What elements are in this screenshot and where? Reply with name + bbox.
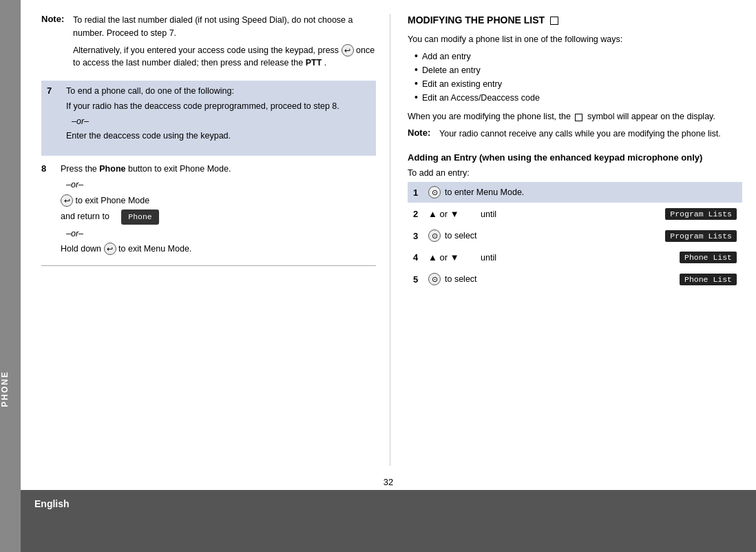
modify-note-text2: symbol will appear on the display.	[587, 112, 715, 121]
modify-note: When you are modifying the phone list, t…	[408, 110, 742, 123]
step-num-1: 1	[413, 187, 424, 198]
step8-content: Press the Phone button to exit Phone Mod…	[61, 163, 376, 258]
right-column: MODIFYING THE PHONE LIST You can modify …	[390, 14, 756, 466]
step-text-5: to select	[445, 274, 675, 284]
list-item: Delete an entry	[414, 63, 742, 77]
menu-icon-5: ⊙	[428, 273, 441, 285]
page-num-text: 32	[384, 477, 393, 487]
intro-text: You can modify a phone list in one of th…	[408, 33, 742, 46]
box-icon-2	[575, 114, 582, 121]
note-p2-part1: Alternatively, if you entered your acces…	[73, 45, 339, 55]
note-block: Note: To redial the last number dialed (…	[41, 14, 376, 74]
arrow-up-icon: ▲	[428, 209, 437, 219]
back-icon-3: ↩	[104, 243, 116, 255]
step8-sub1: ↩ to exit Phone Mode	[61, 194, 376, 207]
lcd-badge-2: Program Lists	[665, 230, 737, 242]
list-item: Edit an Access/Deaccess code	[414, 91, 742, 105]
phone-badge: Phone	[121, 209, 159, 224]
step8-or1: –or–	[66, 178, 376, 192]
step7: 7 To end a phone call, do one of the fol…	[47, 85, 370, 145]
step-icon-4: ▲ or ▼	[428, 252, 476, 263]
menu-icon-3: ⊙	[428, 229, 441, 242]
step8-bold: Phone	[99, 164, 125, 174]
step8-num: 8	[41, 163, 56, 174]
sidebar: PHONE	[0, 0, 21, 552]
note-content: To redial the last number dialed (if not…	[73, 14, 376, 74]
arrow-down-icon-2: ▼	[450, 252, 459, 263]
note-p2-part4: .	[324, 58, 326, 68]
step-text-4: until	[481, 253, 675, 263]
step-num-5: 5	[413, 274, 424, 285]
step7-num: 7	[47, 85, 62, 96]
lcd-badge-4: Phone List	[680, 274, 737, 285]
steps-table: 1 ⊙ to enter Menu Mode. 2 ▲ or ▼ until P…	[408, 182, 742, 289]
step-text-2: until	[481, 209, 661, 219]
right-note-text: Your radio cannot receive any calls whil…	[439, 127, 721, 141]
step7-sub1: If your radio has the deaccess code prep…	[66, 100, 370, 113]
section-title: MODIFYING THE PHONE LIST	[408, 14, 742, 28]
step7-sub2: Enter the deaccess code using the keypad…	[66, 130, 370, 143]
bullet-list: Add an entry Delete an entry Edit an exi…	[414, 50, 742, 105]
step-row-3: 3 ⊙ to select Program Lists	[408, 225, 742, 246]
step7-block: 7 To end a phone call, do one of the fol…	[41, 81, 376, 156]
step8: 8 Press the Phone button to exit Phone M…	[41, 163, 376, 258]
add-entry-intro: To add an entry:	[408, 168, 742, 178]
back-icon-2: ↩	[61, 194, 73, 207]
right-note-content: Your radio cannot receive any calls whil…	[439, 127, 721, 145]
page-number: 32	[21, 473, 756, 490]
step-icon-2: ▲ or ▼	[428, 209, 476, 219]
step7-or1: –or–	[72, 115, 370, 128]
step7-content: To end a phone call, do one of the follo…	[66, 85, 370, 145]
modify-note-text1: When you are modifying the phone list, t…	[408, 112, 571, 121]
step8-text-before: Press the	[61, 164, 99, 174]
step-row-5: 5 ⊙ to select Phone List	[408, 269, 742, 289]
step-num-3: 3	[413, 231, 424, 241]
bottom-bar: English	[21, 490, 756, 552]
menu-icon-1: ⊙	[428, 186, 441, 198]
step-row-4: 4 ▲ or ▼ until Phone List	[408, 247, 742, 267]
box-icon	[550, 17, 558, 25]
list-item: Add an entry	[414, 50, 742, 63]
step8-return-to: and return to Phone	[61, 209, 376, 224]
step8-text-after: button to exit Phone Mode.	[128, 164, 231, 174]
bottom-label: English	[34, 498, 70, 509]
list-item: Edit an existing entry	[414, 77, 742, 91]
left-column: Note: To redial the last number dialed (…	[21, 14, 390, 466]
step-num-4: 4	[413, 252, 424, 263]
step8-sub2-prefix: Hold down	[61, 244, 104, 254]
right-note-label: Note:	[408, 127, 437, 145]
main-content: Note: To redial the last number dialed (…	[21, 0, 756, 552]
step-row-1: 1 ⊙ to enter Menu Mode.	[408, 182, 742, 203]
sidebar-label: PHONE	[0, 364, 21, 414]
step8-return-label: and return to	[61, 212, 109, 221]
note-paragraph1: To redial the last number dialed (if not…	[73, 14, 376, 40]
step7-text: To end a phone call, do one of the follo…	[66, 85, 370, 98]
arrow-down-icon: ▼	[450, 209, 459, 219]
arrow-up-icon-2: ▲	[428, 252, 437, 263]
step-text-3: to select	[445, 231, 661, 241]
lcd-badge-1: Program Lists	[665, 208, 737, 220]
step8-sub1-text: to exit Phone Mode	[75, 196, 149, 205]
section-title-text: MODIFYING THE PHONE LIST	[408, 14, 545, 25]
step8-text: Press the Phone button to exit Phone Mod…	[61, 163, 376, 176]
step-row-2: 2 ▲ or ▼ until Program Lists	[408, 204, 742, 224]
lcd-badge-3: Phone List	[680, 252, 737, 263]
right-note-block: Note: Your radio cannot receive any call…	[408, 127, 742, 145]
note-paragraph2: Alternatively, if you entered your acces…	[73, 44, 376, 70]
back-icon: ↩	[342, 44, 354, 57]
step8-sub2: Hold down ↩ to exit Menu Mode.	[61, 243, 376, 256]
sub-section-title: Adding an Entry (when using the enhanced…	[408, 152, 742, 164]
divider	[41, 265, 376, 266]
step8-or2: –or–	[66, 227, 376, 241]
note-label: Note:	[41, 14, 70, 74]
note-ptt-label: PTT	[306, 58, 322, 68]
step-num-2: 2	[413, 209, 424, 219]
columns: Note: To redial the last number dialed (…	[21, 0, 756, 473]
step-text-1: to enter Menu Mode.	[445, 187, 737, 197]
step8-sub2-text: to exit Menu Mode.	[118, 244, 191, 254]
